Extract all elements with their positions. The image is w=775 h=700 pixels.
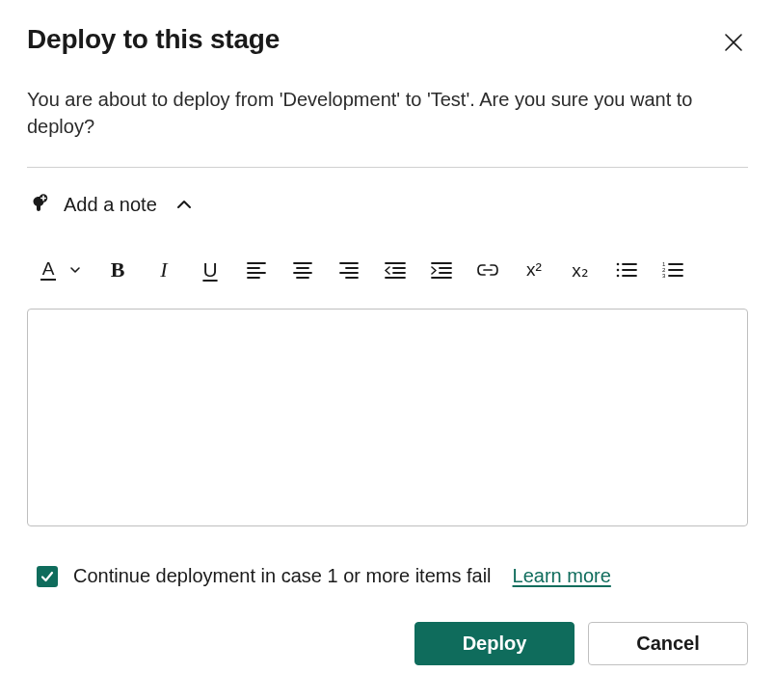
note-textarea[interactable] [27,309,748,526]
deploy-button[interactable]: Deploy [414,622,575,665]
dialog-header: Deploy to this stage [27,24,748,57]
align-left-icon [247,261,266,279]
font-color-dropdown[interactable] [67,258,83,282]
divider [27,167,748,168]
svg-point-2 [617,269,620,272]
underline-button[interactable]: U [199,258,222,282]
italic-button[interactable]: I [152,258,175,282]
chevron-up-icon[interactable] [174,195,194,214]
indent-button[interactable] [430,258,453,282]
check-icon [40,570,54,583]
continue-on-fail-checkbox[interactable] [37,566,58,587]
bullet-list-icon [616,261,637,279]
align-right-button[interactable] [337,258,361,282]
continue-on-fail-row: Continue deployment in case 1 or more it… [27,565,748,587]
note-label: Add a note [64,194,157,216]
italic-icon: I [160,257,167,283]
align-center-button[interactable] [291,258,314,282]
outdent-button[interactable] [384,258,407,282]
align-left-button[interactable] [245,258,268,282]
numbered-list-button[interactable]: 1 2 3 [661,258,684,282]
chevron-down-icon [69,264,81,276]
link-button[interactable] [476,258,499,282]
continue-on-fail-label: Continue deployment in case 1 or more it… [73,565,492,587]
underline-icon: U [202,258,217,282]
align-right-icon [339,261,359,279]
outdent-icon [385,261,406,279]
dialog-description: You are about to deploy from 'Developmen… [27,86,735,140]
svg-point-1 [617,263,620,266]
bold-icon: B [111,257,125,283]
bullet-list-button[interactable] [615,258,638,282]
svg-text:3: 3 [662,273,666,279]
note-icon [27,193,50,216]
dialog-footer: Deploy Cancel [27,622,748,665]
superscript-button[interactable]: x² [522,258,546,282]
indent-icon [431,261,452,279]
align-center-icon [293,261,312,279]
close-button[interactable] [719,28,748,57]
bold-button[interactable]: B [106,258,129,282]
svg-point-3 [617,275,620,278]
learn-more-link[interactable]: Learn more [513,565,611,587]
cancel-button[interactable]: Cancel [588,622,748,665]
dialog-title: Deploy to this stage [27,24,280,55]
subscript-icon: x₂ [572,259,589,282]
font-color-button[interactable]: A [37,258,60,282]
subscript-button[interactable]: x₂ [569,258,592,282]
note-section-header[interactable]: Add a note [27,193,748,216]
link-icon [477,263,498,277]
rich-text-toolbar: A B I U [27,258,748,282]
font-color-icon: A [40,259,56,282]
numbered-list-icon: 1 2 3 [662,261,683,279]
close-icon [725,34,742,51]
superscript-icon: x² [526,259,542,281]
